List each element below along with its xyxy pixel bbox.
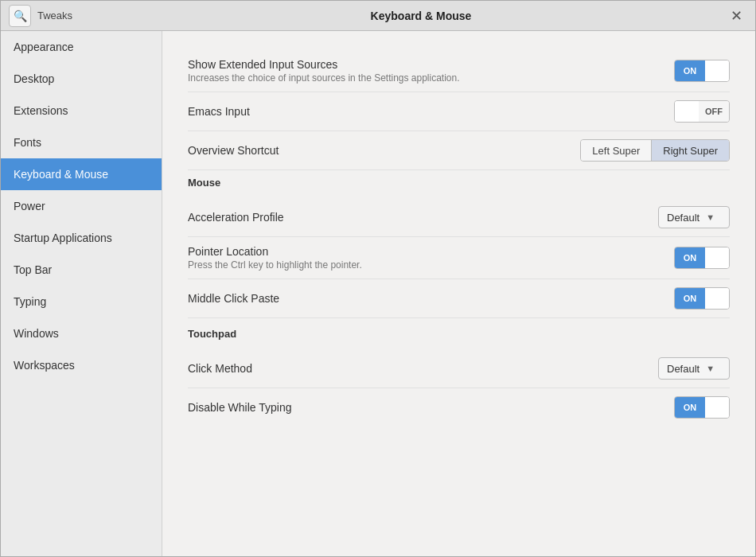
sidebar-item-fonts[interactable]: Fonts <box>1 127 162 158</box>
middle-click-toggle-thumb <box>705 288 729 309</box>
pointer-location-row: Pointer Location Press the Ctrl key to h… <box>188 237 730 279</box>
sidebar-item-extensions[interactable]: Extensions <box>1 95 162 127</box>
middle-click-paste-toggle[interactable]: ON <box>674 287 730 310</box>
show-extended-input-desc: Increases the choice of input sources in… <box>188 72 460 84</box>
click-method-labels: Click Method <box>188 362 252 375</box>
disable-while-typing-toggle[interactable]: ON <box>674 396 730 419</box>
show-extended-input-labels: Show Extended Input Sources Increases th… <box>188 58 460 84</box>
app-title: Tweaks <box>37 10 117 21</box>
acceleration-profile-labels: Acceleration Profile <box>188 211 284 224</box>
emacs-toggle-off-label: OFF <box>699 101 729 122</box>
click-method-label: Click Method <box>188 362 252 375</box>
emacs-input-toggle[interactable]: OFF <box>674 100 730 123</box>
disable-typing-toggle-thumb <box>705 397 729 418</box>
search-icon: 🔍 <box>14 10 27 22</box>
sidebar-item-typing[interactable]: Typing <box>1 286 162 317</box>
show-extended-input-row: Show Extended Input Sources Increases th… <box>188 50 730 92</box>
click-method-dropdown[interactable]: Default ▼ <box>658 357 730 380</box>
pointer-toggle-on-label: ON <box>675 247 705 268</box>
page-title: Keyboard & Mouse <box>117 10 725 22</box>
toggle-thumb <box>705 60 729 81</box>
titlebar: 🔍 Tweaks Keyboard & Mouse ✕ <box>1 1 755 31</box>
main-content: Appearance Desktop Extensions Fonts Keyb… <box>1 31 755 556</box>
pointer-toggle-thumb <box>705 247 729 268</box>
emacs-input-labels: Emacs Input <box>188 105 250 118</box>
disable-while-typing-labels: Disable While Typing <box>188 401 291 414</box>
show-extended-input-label: Show Extended Input Sources <box>188 58 460 71</box>
close-button[interactable]: ✕ <box>725 5 747 27</box>
sidebar-item-appearance[interactable]: Appearance <box>1 31 162 63</box>
left-super-btn[interactable]: Left Super <box>581 140 652 161</box>
overview-shortcut-labels: Overview Shortcut <box>188 144 279 157</box>
sidebar-item-desktop[interactable]: Desktop <box>1 63 162 95</box>
mouse-section-block: Mouse <box>188 177 730 189</box>
emacs-toggle-thumb <box>675 101 699 122</box>
overview-shortcut-row: Overview Shortcut Left Super Right Super <box>188 131 730 170</box>
emacs-input-row: Emacs Input OFF <box>188 92 730 131</box>
middle-click-paste-label: Middle Click Paste <box>188 292 279 305</box>
sidebar-item-top-bar[interactable]: Top Bar <box>1 254 162 286</box>
click-method-dropdown-arrow-icon: ▼ <box>706 364 715 373</box>
acceleration-profile-label: Acceleration Profile <box>188 211 284 224</box>
pointer-location-toggle[interactable]: ON <box>674 247 730 269</box>
pointer-location-desc: Press the Ctrl key to highlight the poin… <box>188 259 362 271</box>
overview-shortcut-label: Overview Shortcut <box>188 144 279 157</box>
pointer-location-labels: Pointer Location Press the Ctrl key to h… <box>188 245 362 271</box>
disable-typing-toggle-on-label: ON <box>675 397 705 418</box>
right-super-btn[interactable]: Right Super <box>652 140 729 161</box>
acceleration-profile-dropdown[interactable]: Default ▼ <box>658 206 730 228</box>
click-method-row: Click Method Default ▼ <box>188 349 730 388</box>
acceleration-profile-value: Default <box>667 212 699 224</box>
emacs-input-label: Emacs Input <box>188 105 250 118</box>
sidebar: Appearance Desktop Extensions Fonts Keyb… <box>1 31 162 556</box>
touchpad-section-header: Touchpad <box>188 328 730 340</box>
disable-while-typing-row: Disable While Typing ON <box>188 388 730 427</box>
acceleration-profile-row: Acceleration Profile Default ▼ <box>188 198 730 237</box>
click-method-value: Default <box>667 363 699 375</box>
middle-click-paste-labels: Middle Click Paste <box>188 292 279 305</box>
close-icon: ✕ <box>731 7 742 25</box>
mouse-section-header: Mouse <box>188 177 730 189</box>
overview-shortcut-control[interactable]: Left Super Right Super <box>580 139 730 162</box>
sidebar-item-keyboard-mouse[interactable]: Keyboard & Mouse <box>1 158 162 190</box>
search-button[interactable]: 🔍 <box>9 5 31 27</box>
app-window: 🔍 Tweaks Keyboard & Mouse ✕ Appearance D… <box>0 0 756 557</box>
disable-while-typing-label: Disable While Typing <box>188 401 291 414</box>
pointer-location-label: Pointer Location <box>188 245 362 258</box>
touchpad-section-block: Touchpad <box>188 328 730 340</box>
content-area: Show Extended Input Sources Increases th… <box>162 31 755 556</box>
sidebar-item-startup-applications[interactable]: Startup Applications <box>1 222 162 254</box>
dropdown-arrow-icon: ▼ <box>706 212 715 222</box>
sidebar-item-power[interactable]: Power <box>1 190 162 222</box>
sidebar-item-workspaces[interactable]: Workspaces <box>1 349 162 381</box>
middle-click-paste-row: Middle Click Paste ON <box>188 279 730 318</box>
toggle-on-label: ON <box>675 60 705 81</box>
show-extended-input-toggle[interactable]: ON <box>674 60 730 82</box>
middle-click-toggle-on-label: ON <box>675 288 705 309</box>
sidebar-item-windows[interactable]: Windows <box>1 317 162 349</box>
